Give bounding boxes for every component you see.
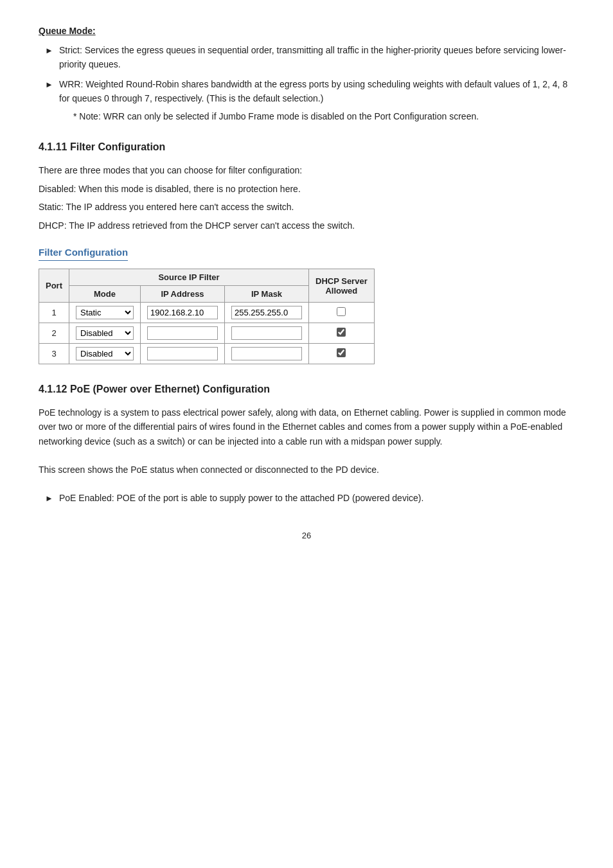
ip-cell-2[interactable] xyxy=(141,323,225,344)
bullet-arrow-icon: ► xyxy=(45,44,54,57)
mode-select-cell-3[interactable]: Disabled Static DHCP xyxy=(69,344,141,364)
queue-mode-list: ► Strict: Services the egress queues in … xyxy=(45,44,574,123)
dhcp-checkbox-1[interactable] xyxy=(337,307,346,316)
dhcp-checkbox-cell-2[interactable] xyxy=(309,323,375,344)
filter-body-line-1: There are three modes that you can choos… xyxy=(39,163,574,177)
filter-table-wrap: Filter Configuration Port Source IP Filt… xyxy=(39,247,574,364)
poe-body-para-2: This screen shows the PoE status when co… xyxy=(39,463,574,477)
ip-cell-1[interactable] xyxy=(141,303,225,323)
col-dhcp-header: DHCP ServerAllowed xyxy=(309,269,375,303)
filter-config-table: Port Source IP Filter DHCP ServerAllowed… xyxy=(39,269,375,364)
wrr-note: * Note: WRR can only be selected if Jumb… xyxy=(73,110,574,124)
dhcp-checkbox-2[interactable] xyxy=(337,328,346,337)
col-source-header: Source IP Filter xyxy=(69,269,309,286)
filter-body-line-2: Disabled: When this mode is disabled, th… xyxy=(39,182,574,196)
poe-config-heading: 4.1.12 PoE (Power over Ethernet) Configu… xyxy=(39,384,574,395)
filter-config-table-heading: Filter Configuration xyxy=(39,247,128,261)
filter-body-line-3: Static: The IP address you entered here … xyxy=(39,200,574,214)
filter-config-heading: 4.1.11 Filter Configuration xyxy=(39,141,574,153)
mode-select-cell-2[interactable]: Disabled Static DHCP xyxy=(69,323,141,344)
filter-body-line-4: DHCP: The IP address retrieved from the … xyxy=(39,218,574,233)
bullet-arrow-icon: ► xyxy=(45,78,54,91)
dhcp-checkbox-cell-3[interactable] xyxy=(309,344,375,364)
bullet-wrr-text: WRR: Weighted Round-Robin shares bandwid… xyxy=(59,78,574,123)
ip-input-2[interactable] xyxy=(147,326,218,340)
mask-input-2[interactable] xyxy=(231,326,302,340)
ip-cell-3[interactable] xyxy=(141,344,225,364)
table-row: 3 Disabled Static DHCP xyxy=(39,344,375,364)
port-1: 1 xyxy=(39,303,69,323)
queue-mode-section: Queue Mode: ► Strict: Services the egres… xyxy=(39,26,574,123)
list-item: ► Strict: Services the egress queues in … xyxy=(45,44,574,71)
ip-input-3[interactable] xyxy=(147,347,218,360)
port-2: 2 xyxy=(39,323,69,344)
mask-cell-2[interactable] xyxy=(225,323,309,344)
poe-config-section: 4.1.12 PoE (Power over Ethernet) Configu… xyxy=(39,384,574,505)
mode-select-1[interactable]: Static Disabled DHCP xyxy=(76,306,134,319)
list-item: ► WRR: Weighted Round-Robin shares bandw… xyxy=(45,78,574,123)
col-mask-header: IP Mask xyxy=(225,286,309,303)
table-row: 1 Static Disabled DHCP xyxy=(39,303,375,323)
col-ip-header: IP Address xyxy=(141,286,225,303)
dhcp-checkbox-3[interactable] xyxy=(337,348,346,357)
poe-body-para-1: PoE technology is a system to pass elect… xyxy=(39,405,574,448)
filter-config-section: 4.1.11 Filter Configuration There are th… xyxy=(39,141,574,364)
mask-input-3[interactable] xyxy=(231,347,302,360)
poe-bullet-text-1: PoE Enabled: POE of the port is able to … xyxy=(59,492,574,506)
page-number: 26 xyxy=(39,531,574,540)
bullet-strict-text: Strict: Services the egress queues in se… xyxy=(59,44,574,71)
list-item: ► PoE Enabled: POE of the port is able t… xyxy=(45,492,574,506)
mode-select-3[interactable]: Disabled Static DHCP xyxy=(76,347,134,360)
ip-input-1[interactable] xyxy=(147,306,218,319)
dhcp-checkbox-cell-1[interactable] xyxy=(309,303,375,323)
queue-mode-title: Queue Mode: xyxy=(39,26,574,36)
mode-select-2[interactable]: Disabled Static DHCP xyxy=(76,326,134,340)
poe-bullet-list: ► PoE Enabled: POE of the port is able t… xyxy=(45,492,574,506)
col-port-header: Port xyxy=(39,269,69,303)
bullet-arrow-icon: ► xyxy=(45,492,54,505)
mask-cell-3[interactable] xyxy=(225,344,309,364)
col-mode-header: Mode xyxy=(69,286,141,303)
table-row: 2 Disabled Static DHCP xyxy=(39,323,375,344)
mode-select-cell-1[interactable]: Static Disabled DHCP xyxy=(69,303,141,323)
mask-input-1[interactable] xyxy=(231,306,302,319)
port-3: 3 xyxy=(39,344,69,364)
mask-cell-1[interactable] xyxy=(225,303,309,323)
